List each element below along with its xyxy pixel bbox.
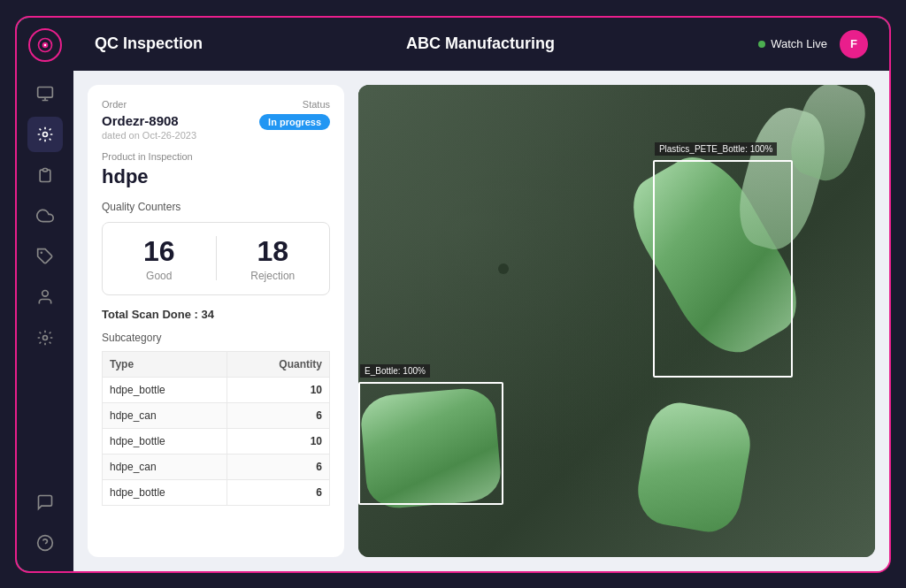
page-title: QC Inspection xyxy=(95,34,203,53)
svg-rect-3 xyxy=(38,87,53,97)
camera-feed: Plastics_PETE_Bottle: 100% E_Bottle: 100… xyxy=(358,85,875,557)
svg-point-2 xyxy=(44,43,47,46)
status-section: Status In progress xyxy=(259,99,330,130)
sidebar-item-tag[interactable] xyxy=(27,239,63,274)
sidebar xyxy=(17,18,73,571)
row-quantity: 6 xyxy=(226,454,329,479)
counters-box: 16 Good 18 Rejection xyxy=(102,222,330,295)
rejection-count: 18 xyxy=(226,235,321,268)
order-section: Order Ordezr-8908 dated on Oct-26-2023 S… xyxy=(102,99,330,141)
sidebar-item-monitor[interactable] xyxy=(27,76,63,111)
order-date: dated on Oct-26-2023 xyxy=(102,130,196,141)
sidebar-item-cloud[interactable] xyxy=(27,198,63,233)
row-type: hdpe_bottle xyxy=(103,377,227,402)
row-quantity: 10 xyxy=(226,428,329,454)
row-type: hdpe_can xyxy=(103,402,227,428)
sidebar-item-settings[interactable] xyxy=(27,117,63,152)
total-scan-value: 34 xyxy=(201,308,213,321)
status-label: Status xyxy=(259,99,330,110)
detection-box-2: E_Bottle: 100% xyxy=(358,382,503,505)
order-label: Order xyxy=(102,99,196,110)
table-row: hdpe_bottle10 xyxy=(103,377,330,402)
header-left: QC Inspection xyxy=(95,34,203,53)
good-count: 16 xyxy=(111,235,207,268)
status-badge: In progress xyxy=(259,114,330,130)
svg-point-4 xyxy=(43,132,48,136)
order-info: Order Ordezr-8908 dated on Oct-26-2023 xyxy=(102,99,196,141)
row-type: hdpe_bottle xyxy=(103,428,227,454)
live-indicator xyxy=(758,41,765,48)
table-row: hdpe_can6 xyxy=(103,454,330,479)
row-type: hdpe_can xyxy=(103,454,227,479)
good-label: Good xyxy=(111,270,207,282)
good-counter: 16 Good xyxy=(103,223,216,294)
total-scan-label: Total Scan Done : xyxy=(102,308,198,321)
body-area: Order Ordezr-8908 dated on Oct-26-2023 S… xyxy=(73,71,889,571)
col-quantity: Quantity xyxy=(226,351,329,377)
total-scan: Total Scan Done : 34 xyxy=(102,308,330,321)
order-id: Ordezr-8908 xyxy=(102,113,196,128)
app-container: QC Inspection ABC Manufacturing Watch Li… xyxy=(15,16,891,573)
company-title: ABC Manufacturing xyxy=(406,34,555,53)
subcategory-title: Subcategory xyxy=(102,332,330,344)
sidebar-item-user[interactable] xyxy=(27,279,63,315)
table-row: hdpe_can6 xyxy=(103,402,330,428)
detection-label-2: E_Bottle: 100% xyxy=(360,364,430,378)
table-row: hdpe_bottle10 xyxy=(103,428,330,454)
svg-point-5 xyxy=(41,251,43,254)
row-quantity: 6 xyxy=(226,402,329,428)
header: QC Inspection ABC Manufacturing Watch Li… xyxy=(73,18,889,71)
col-type: Type xyxy=(103,351,227,377)
user-avatar[interactable]: F xyxy=(840,30,868,58)
table-row: hdpe_bottle6 xyxy=(103,479,330,505)
app-logo[interactable] xyxy=(28,28,62,62)
camera-background: Plastics_PETE_Bottle: 100% E_Bottle: 100… xyxy=(358,85,875,557)
svg-point-7 xyxy=(43,335,48,340)
svg-point-6 xyxy=(42,290,49,296)
rejection-counter: 18 Rejection xyxy=(217,223,330,294)
main-content: QC Inspection ABC Manufacturing Watch Li… xyxy=(73,18,889,571)
subcategory-table: Type Quantity hdpe_bottle10hdpe_can6hdpe… xyxy=(102,351,330,506)
detection-box-1: Plastics_PETE_Bottle: 100% xyxy=(653,160,793,378)
sidebar-item-gear[interactable] xyxy=(27,320,63,355)
watch-live-label: Watch Live xyxy=(771,37,827,50)
spot xyxy=(498,263,509,274)
watch-live-button[interactable]: Watch Live xyxy=(758,37,827,50)
detection-label-1: Plastics_PETE_Bottle: 100% xyxy=(655,142,777,156)
sidebar-item-chat[interactable] xyxy=(27,485,63,520)
rejection-label: Rejection xyxy=(226,270,321,282)
sidebar-item-help[interactable] xyxy=(27,525,63,561)
header-right: Watch Live F xyxy=(758,30,868,58)
row-type: hdpe_bottle xyxy=(103,479,227,505)
row-quantity: 10 xyxy=(226,377,329,402)
row-quantity: 6 xyxy=(226,479,329,505)
quality-counters-title: Quality Counters xyxy=(102,201,330,213)
product-label: Product in Inspection xyxy=(102,151,330,162)
product-name: hdpe xyxy=(102,165,330,188)
sidebar-item-reports[interactable] xyxy=(27,157,63,193)
left-panel: Order Ordezr-8908 dated on Oct-26-2023 S… xyxy=(88,85,344,557)
